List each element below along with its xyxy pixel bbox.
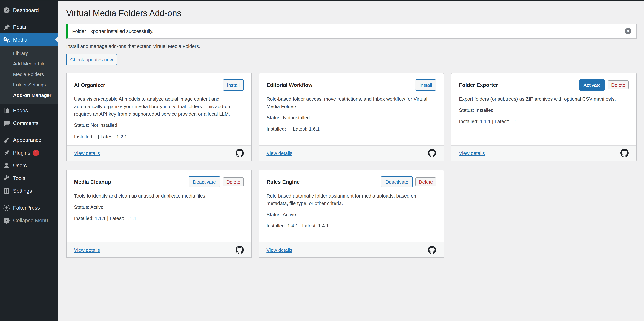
addon-status: Status: Not installed	[74, 122, 244, 129]
sidebar-item-label: Pages	[13, 107, 28, 113]
plugins-icon	[2, 149, 10, 156]
comments-icon	[2, 119, 10, 127]
main-content: Virtual Media Folders Add-ons Folder Exp…	[58, 0, 644, 267]
view-details-link[interactable]: View details	[266, 150, 292, 156]
sidebar-item-library[interactable]: Library	[0, 48, 58, 59]
addon-card-folder-exporter: Folder Exporter Activate Delete Export f…	[451, 73, 636, 161]
github-icon[interactable]	[620, 149, 629, 157]
sidebar-item-posts[interactable]: Posts	[0, 20, 58, 33]
fakerpress-icon	[2, 204, 10, 212]
page-title: Virtual Media Folders Add-ons	[66, 8, 636, 19]
addon-description: Tools to identify and clean up unused or…	[74, 192, 244, 200]
github-icon[interactable]	[428, 246, 436, 254]
activate-button[interactable]: Activate	[579, 79, 605, 90]
view-details-link[interactable]: View details	[459, 150, 485, 156]
view-details-link[interactable]: View details	[74, 247, 100, 253]
sidebar-item-label: FakerPress	[13, 205, 40, 211]
check-updates-button[interactable]: Check updates now	[66, 54, 117, 65]
addon-status: Status: Installed	[459, 107, 629, 114]
sidebar-item-label: Collapse Menu	[13, 217, 48, 223]
sidebar-item-fakerpress[interactable]: FakerPress	[0, 201, 58, 214]
addon-title: Folder Exporter	[459, 82, 498, 88]
dashboard-icon	[2, 6, 10, 14]
deactivate-button[interactable]: Deactivate	[189, 176, 220, 188]
menu-separator	[0, 16, 58, 20]
media-icon	[2, 36, 10, 44]
addon-versions: Installed: 1.4.1 | Latest: 1.4.1	[266, 222, 436, 230]
admin-sidebar: Dashboard Posts Media Library Add Media …	[0, 0, 58, 321]
view-details-link[interactable]: View details	[266, 247, 292, 253]
sidebar-item-appearance[interactable]: Appearance	[0, 134, 58, 146]
notice-message: Folder Exporter installed successfully.	[72, 28, 154, 34]
menu-separator	[0, 197, 58, 201]
addon-versions: Installed: - | Latest: 1.6.1	[266, 126, 436, 133]
addon-card-media-cleanup: Media Cleanup Deactivate Delete Tools to…	[66, 170, 252, 258]
page-intro: Install and manage add-ons that extend V…	[66, 44, 636, 49]
github-icon[interactable]	[236, 246, 244, 254]
addons-grid: AI Organizer Install Uses vision-capable…	[66, 73, 636, 267]
sidebar-item-folder-settings[interactable]: Folder Settings	[0, 80, 58, 90]
pages-icon	[2, 107, 10, 114]
sidebar-item-comments[interactable]: Comments	[0, 117, 58, 130]
sidebar-item-tools[interactable]: Tools	[0, 172, 58, 184]
addon-card-rules-engine: Rules Engine Deactivate Delete Rule-base…	[258, 170, 444, 258]
github-icon[interactable]	[236, 149, 244, 157]
sidebar-item-label: Media	[13, 37, 27, 43]
delete-button[interactable]: Delete	[608, 80, 629, 90]
sidebar-item-plugins[interactable]: Plugins 1	[0, 146, 58, 159]
sidebar-item-label: Posts	[13, 24, 26, 30]
addon-description: Export folders (or subtrees) as ZIP arch…	[459, 96, 629, 103]
media-submenu: Library Add Media File Media Folders Fol…	[0, 46, 58, 104]
delete-button[interactable]: Delete	[416, 177, 436, 186]
sidebar-item-add-media-file[interactable]: Add Media File	[0, 59, 58, 69]
addon-status: Status: Active	[74, 204, 244, 211]
settings-icon	[2, 187, 10, 194]
delete-button[interactable]: Delete	[223, 177, 244, 186]
sidebar-item-media[interactable]: Media	[0, 33, 58, 46]
sidebar-item-dashboard[interactable]: Dashboard	[0, 4, 58, 16]
sidebar-item-settings[interactable]: Settings	[0, 184, 58, 197]
menu-separator	[0, 130, 58, 134]
sidebar-item-label: Plugins	[13, 150, 30, 156]
sidebar-item-addon-manager[interactable]: Add-on Manager	[0, 90, 58, 101]
success-notice: Folder Exporter installed successfully. …	[66, 24, 636, 38]
addon-title: Rules Engine	[266, 179, 300, 185]
addon-description: Rule-based automatic folder assignment f…	[266, 192, 436, 208]
sidebar-item-label: Settings	[13, 188, 32, 194]
addon-status: Status: Not installed	[266, 114, 436, 122]
addon-title: Media Cleanup	[74, 179, 111, 185]
sidebar-item-users[interactable]: Users	[0, 159, 58, 172]
collapse-menu-button[interactable]: Collapse Menu	[0, 214, 58, 227]
admin-bar	[0, 0, 644, 1]
sidebar-item-label: Appearance	[13, 137, 41, 143]
view-details-link[interactable]: View details	[74, 150, 100, 156]
addon-versions: Installed: 1.1.1 | Latest: 1.1.1	[74, 215, 244, 222]
users-icon	[2, 162, 10, 169]
sidebar-item-label: Tools	[13, 175, 25, 181]
addon-title: Editorial Workflow	[266, 82, 312, 88]
addon-card-editorial-workflow: Editorial Workflow Install Role-based fo…	[258, 73, 444, 161]
sidebar-item-label: Users	[13, 162, 27, 168]
admin-menu: Dashboard Posts Media Library Add Media …	[0, 4, 58, 227]
addon-card-ai-organizer: AI Organizer Install Uses vision-capable…	[66, 73, 252, 161]
sidebar-item-media-folders[interactable]: Media Folders	[0, 69, 58, 80]
tools-icon	[2, 174, 10, 182]
addon-title: AI Organizer	[74, 82, 105, 88]
addon-description: Uses vision-capable AI models to analyze…	[74, 96, 244, 118]
pin-icon	[2, 23, 10, 31]
dismiss-icon[interactable]: ✕	[625, 28, 631, 34]
addon-description: Role-based folder access, move restricti…	[266, 96, 436, 110]
github-icon[interactable]	[428, 149, 436, 157]
sidebar-item-label: Dashboard	[13, 7, 39, 13]
deactivate-button[interactable]: Deactivate	[381, 176, 412, 188]
sidebar-item-pages[interactable]: Pages	[0, 104, 58, 117]
install-button[interactable]: Install	[415, 79, 436, 90]
addon-status: Status: Active	[266, 211, 436, 219]
appearance-icon	[2, 136, 10, 144]
plugins-update-badge: 1	[33, 150, 39, 156]
collapse-icon	[2, 216, 10, 224]
addon-versions: Installed: 1.1.1 | Latest: 1.1.1	[459, 118, 629, 126]
sidebar-item-label: Comments	[13, 120, 38, 126]
addon-versions: Installed: - | Latest: 1.2.1	[74, 133, 244, 140]
install-button[interactable]: Install	[223, 79, 244, 90]
